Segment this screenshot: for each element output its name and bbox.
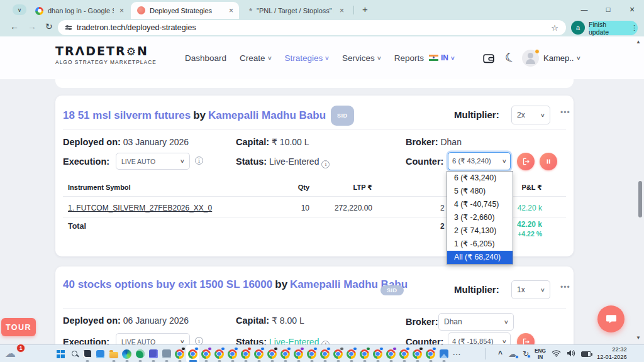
address-bar[interactable]: tradetron.tech/deployed-strategies ☆ xyxy=(58,20,566,35)
chrome-window-button[interactable] xyxy=(252,345,265,362)
browser-tab-google-search[interactable]: dhan log in - Google Search × xyxy=(29,3,130,19)
taskbar-search-button[interactable] xyxy=(67,345,80,362)
battery-icon[interactable] xyxy=(581,351,591,357)
multiplier-select[interactable]: 2x∨ xyxy=(511,106,550,124)
chrome-window-button[interactable] xyxy=(411,345,424,362)
chrome-window-button[interactable] xyxy=(371,345,384,362)
nav-services[interactable]: Services∨ xyxy=(342,53,381,63)
counter-select[interactable]: 6 (₹ 43,240)∨ xyxy=(448,152,511,170)
close-tab-icon[interactable]: × xyxy=(119,6,124,15)
url-text[interactable]: tradetron.tech/deployed-strategies xyxy=(77,23,551,32)
tradetron-logo[interactable]: TRΛDETR⚙N ALGO STRATEGY MARKETPLACE xyxy=(55,44,157,65)
chrome-window-button[interactable] xyxy=(384,345,397,362)
chrome-window-button[interactable] xyxy=(292,345,305,362)
pause-strategy-button[interactable] xyxy=(540,153,557,170)
locale-selector[interactable]: IN ∨ xyxy=(429,53,455,62)
tab-search-button[interactable]: ∨ xyxy=(13,4,26,15)
minimize-button[interactable]: — xyxy=(572,6,596,13)
volume-icon[interactable] xyxy=(567,349,575,359)
execution-select[interactable]: LIVE AUTO∨ xyxy=(116,153,190,170)
chrome-window-button[interactable] xyxy=(265,345,279,362)
back-button[interactable]: ← xyxy=(10,21,19,31)
tour-button[interactable]: TOUR xyxy=(1,318,36,336)
counter-option[interactable]: 2 (₹ 74,130) xyxy=(447,224,513,238)
exit-strategy-button[interactable] xyxy=(517,153,535,170)
chrome-window-button[interactable] xyxy=(331,345,345,362)
nav-reports[interactable]: Reports xyxy=(394,53,424,63)
multiplier-select[interactable]: 1x∨ xyxy=(511,280,550,299)
maximize-button[interactable]: □ xyxy=(596,6,620,13)
dark-mode-moon-icon[interactable]: ☾ xyxy=(503,49,517,65)
browser-tab-deployed-strategies[interactable]: Deployed Strategies × xyxy=(131,2,239,19)
close-tab-icon[interactable]: × xyxy=(340,6,344,15)
app-button-green[interactable] xyxy=(133,345,147,362)
info-icon[interactable]: i xyxy=(195,156,203,165)
chrome-window-button[interactable] xyxy=(305,345,318,362)
counter-option[interactable]: 5 (₹ 480) xyxy=(447,185,513,198)
counter-option[interactable]: 6 (₹ 43,240) xyxy=(447,172,513,185)
chrome-window-button[interactable] xyxy=(318,345,331,362)
reload-button[interactable]: ↻ xyxy=(45,21,53,31)
onedrive-icon[interactable]: ☁ xyxy=(508,349,517,359)
info-icon[interactable]: i xyxy=(321,160,330,168)
teams-button[interactable] xyxy=(147,345,160,362)
chrome-window-button[interactable] xyxy=(397,345,411,362)
scroll-down-arrow[interactable]: ▼ xyxy=(636,335,641,341)
card-menu-button[interactable]: ••• xyxy=(560,108,570,117)
strategy-name-link[interactable]: 18 51 msl silverm futures xyxy=(63,109,191,121)
forward-button[interactable]: → xyxy=(28,21,36,31)
chrome-window-button[interactable] xyxy=(424,345,437,362)
instrument-symbol-link[interactable]: 1. FUTCOM_SILVERM_27FEB2026_XX_0 xyxy=(68,204,212,212)
counter-option[interactable]: 1 (₹ -6,205) xyxy=(447,238,513,251)
nav-dashboard[interactable]: Dashboard xyxy=(185,53,226,63)
scrollbar-thumb[interactable] xyxy=(638,181,642,217)
broker-select[interactable]: Dhan∨ xyxy=(438,313,514,331)
nav-strategies[interactable]: Strategies∨ xyxy=(284,53,329,63)
chrome-window-button[interactable] xyxy=(173,345,186,362)
file-explorer-button[interactable] xyxy=(107,345,120,362)
language-indicator[interactable]: ENGIN xyxy=(535,348,546,361)
wallet-icon[interactable] xyxy=(482,52,496,68)
chrome-window-button[interactable] xyxy=(239,345,252,362)
wifi-icon[interactable] xyxy=(552,349,561,359)
edge-button[interactable] xyxy=(120,345,133,362)
tray-expand-button[interactable]: ^ xyxy=(498,349,502,358)
counter-option[interactable]: 3 (₹ -2,660) xyxy=(447,211,513,224)
user-menu[interactable]: Kamep..∨ xyxy=(543,53,580,63)
new-tab-button[interactable]: + xyxy=(362,4,368,14)
chrome-window-button[interactable] xyxy=(199,345,213,362)
taskbar-overflow-button[interactable]: ⋯ xyxy=(450,345,464,362)
counter-option-selected[interactable]: All (₹ 68,240) xyxy=(447,251,513,264)
counter-option[interactable]: 4 (₹ -40,745) xyxy=(447,198,513,211)
user-avatar[interactable] xyxy=(522,50,539,67)
chrome-window-button[interactable] xyxy=(345,345,358,362)
taskbar-clock[interactable]: 22:3212-01-2026 xyxy=(597,346,627,361)
chrome-window-button-active[interactable] xyxy=(186,345,199,362)
weather-widget[interactable]: ☁ 1 xyxy=(5,346,26,362)
chrome-window-button[interactable] xyxy=(213,345,226,362)
finish-update-button[interactable]: Finish update ⋮ xyxy=(589,21,638,35)
photos-app-button[interactable] xyxy=(437,345,450,362)
chrome-window-button[interactable] xyxy=(279,345,292,362)
scroll-up-arrow[interactable]: ▲ xyxy=(636,39,641,45)
chrome-window-button[interactable] xyxy=(226,345,239,362)
start-button[interactable] xyxy=(54,345,67,362)
card-menu-button[interactable]: ••• xyxy=(560,283,570,292)
close-window-button[interactable]: × xyxy=(620,4,644,14)
microsoft-store-button[interactable] xyxy=(94,345,107,362)
update-sync-icon[interactable]: ↻ xyxy=(523,349,529,358)
task-view-button[interactable] xyxy=(80,345,94,362)
browser-profile-avatar[interactable]: a xyxy=(571,21,585,35)
site-settings-icon[interactable] xyxy=(65,25,72,31)
chat-support-button[interactable] xyxy=(597,305,625,332)
app-button-gray[interactable] xyxy=(160,345,173,362)
nav-create[interactable]: Create∨ xyxy=(240,53,271,63)
browser-menu-icon[interactable]: ⋮ xyxy=(631,24,638,32)
strategy-name-link[interactable]: 40 stocks options buy exit 1500 SL 16000 xyxy=(63,278,272,290)
bookmark-star-icon[interactable]: ☆ xyxy=(551,23,558,33)
chrome-window-button[interactable] xyxy=(358,345,371,362)
author-link[interactable]: Kamepalli Madhu Babu xyxy=(208,109,326,121)
browser-tab-pnl-target[interactable]: * "PNL / Target / Stoploss" related i × xyxy=(243,3,350,19)
address-bar-row: ← → ↻ tradetron.tech/deployed-strategies… xyxy=(0,19,644,36)
close-tab-icon[interactable]: × xyxy=(229,6,233,15)
